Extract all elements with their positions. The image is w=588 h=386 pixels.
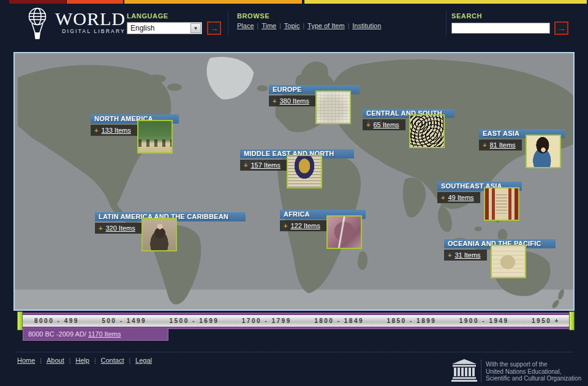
- search-label: SEARCH: [451, 12, 482, 20]
- stripe-segment-yellow: [304, 0, 587, 4]
- search-section: SEARCH →: [451, 12, 482, 20]
- region-items-link[interactable]: 122 Items: [290, 222, 320, 229]
- region-east-asia: EAST ASIA +81 Items: [479, 129, 565, 138]
- timeline-handle-left[interactable]: [17, 311, 23, 330]
- region-items-box: +122 Items: [280, 220, 326, 231]
- timeline-period: 8000 - 499: [34, 317, 79, 324]
- plus-icon: +: [244, 161, 247, 169]
- region-central-south-asia: CENTRAL AND SOUTH ASIA +65 Items: [363, 109, 454, 118]
- link-separator: |: [40, 357, 42, 364]
- timeline-bar[interactable]: 8000 - 499 500 - 1499 1500 - 1699 1700 -…: [22, 315, 570, 327]
- link-separator: |: [348, 23, 350, 29]
- footer-links: Home|About|Help|Contact|Legal: [17, 357, 152, 364]
- link-separator: |: [279, 23, 281, 29]
- region-thumbnail[interactable]: [526, 135, 561, 168]
- plus-icon: +: [441, 194, 445, 201]
- browse-section: BROWSE Place|Time|Topic|Type of Item|Ins…: [237, 12, 270, 20]
- region-items-box: +133 Items: [91, 125, 137, 136]
- region-items-box: +157 Items: [240, 160, 287, 171]
- browse-link-time[interactable]: Time: [262, 22, 276, 29]
- balloon-globe-icon: [24, 7, 50, 40]
- timeline-handle-right[interactable]: [569, 311, 575, 330]
- logo-subtitle: DIGITAL LIBRARY: [55, 28, 126, 34]
- arrow-right-icon: →: [210, 23, 219, 33]
- timeline-range-tooltip: 8000 BC -2009 AD/ 1170 Items: [23, 328, 168, 341]
- language-select[interactable]: English ▼: [127, 22, 202, 34]
- region-items-box: +380 Items: [269, 95, 315, 106]
- header-divider: [228, 11, 228, 35]
- language-section: LANGUAGE English ▼ →: [127, 12, 168, 20]
- region-thumbnail[interactable]: [484, 187, 519, 221]
- region-items-link[interactable]: 380 Items: [279, 97, 309, 105]
- browse-link-place[interactable]: Place: [237, 22, 254, 29]
- region-thumbnail[interactable]: [491, 245, 526, 278]
- timeline-period: 1800 - 1849: [314, 317, 364, 324]
- language-go-button[interactable]: →: [207, 21, 221, 35]
- footer-link-contact[interactable]: Contact: [101, 357, 124, 364]
- region-europe: EUROPE +380 Items: [269, 85, 360, 94]
- logo-title: WORLD: [55, 10, 126, 28]
- link-separator: |: [69, 357, 71, 364]
- timeline-period: 1700 - 1799: [242, 317, 292, 324]
- timeline-items-link[interactable]: 1170 Items: [88, 330, 121, 338]
- plus-icon: +: [483, 141, 486, 149]
- stripe-segment-orange: [124, 0, 302, 4]
- region-thumbnail[interactable]: [141, 218, 177, 251]
- region-items-box: +320 Items: [95, 223, 141, 234]
- chevron-down-icon[interactable]: ▼: [190, 23, 201, 33]
- search-go-button[interactable]: →: [554, 21, 568, 35]
- link-separator: |: [94, 357, 96, 364]
- region-items-box: +49 Items: [437, 192, 480, 203]
- footer-link-home[interactable]: Home: [17, 357, 35, 364]
- region-north-america: NORTH AMERICA +133 Items: [91, 114, 179, 124]
- region-items-box: +65 Items: [363, 119, 405, 130]
- link-separator: |: [257, 23, 259, 29]
- region-thumbnail[interactable]: [409, 114, 445, 148]
- timeline-slider[interactable]: 8000 - 499 500 - 1499 1500 - 1699 1700 -…: [17, 313, 575, 329]
- timeline-period: 1900 - 1949: [459, 317, 509, 324]
- footer-link-about[interactable]: About: [47, 357, 64, 364]
- timeline-range-text: 8000 BC -2009 AD/: [28, 330, 88, 338]
- world-map: NORTH AMERICA +133 Items EUROPE +380 Ite…: [13, 52, 575, 311]
- search-input[interactable]: [451, 23, 550, 34]
- unesco-support-text: With the support of the United Nations E…: [486, 359, 581, 382]
- language-label: LANGUAGE: [127, 12, 168, 20]
- footer-divider: [15, 352, 573, 352]
- region-oceania-pacific: OCEANIA AND THE PACIFIC +31 Items: [444, 239, 556, 248]
- region-items-link[interactable]: 157 Items: [251, 161, 280, 169]
- unesco-credit: With the support of the United Nations E…: [451, 359, 581, 382]
- browse-link-institution[interactable]: Institution: [352, 22, 381, 29]
- wdl-logo[interactable]: WORLD DIGITAL LIBRARY: [24, 7, 126, 40]
- plus-icon: +: [448, 251, 451, 259]
- plus-icon: +: [284, 222, 287, 229]
- region-thumbnail[interactable]: [315, 91, 351, 124]
- region-items-box: +31 Items: [444, 250, 487, 261]
- region-items-link[interactable]: 133 Items: [101, 127, 130, 134]
- region-items-link[interactable]: 65 Items: [373, 121, 399, 128]
- timeline-period: 1950 +: [532, 317, 560, 324]
- timeline-period: 1850 - 1899: [386, 317, 436, 324]
- footer-link-legal[interactable]: Legal: [135, 357, 152, 364]
- link-separator: |: [129, 357, 130, 364]
- region-items-box: +81 Items: [479, 139, 522, 150]
- plus-icon: +: [366, 121, 370, 128]
- region-items-link[interactable]: 320 Items: [105, 225, 135, 232]
- top-color-stripe: [0, 0, 588, 4]
- stripe-segment-red: [67, 0, 123, 4]
- region-items-link[interactable]: 31 Items: [454, 251, 480, 259]
- region-items-link[interactable]: 49 Items: [448, 194, 473, 201]
- region-thumbnail[interactable]: [137, 120, 173, 154]
- browse-link-type-of-item[interactable]: Type of Item: [307, 22, 345, 29]
- arrow-right-icon: →: [557, 23, 566, 33]
- region-items-link[interactable]: 81 Items: [489, 141, 515, 149]
- region-thumbnail[interactable]: [326, 215, 362, 249]
- timeline-period: 500 - 1499: [102, 317, 146, 324]
- unesco-logo-icon: [451, 359, 477, 382]
- region-thumbnail[interactable]: [287, 155, 322, 188]
- browse-link-topic[interactable]: Topic: [284, 22, 300, 29]
- region-middle-east-north-africa: MIDDLE EAST AND NORTH AFRICA +157 Items: [240, 149, 354, 158]
- footer-link-help[interactable]: Help: [75, 357, 89, 364]
- link-separator: |: [303, 23, 304, 29]
- region-southeast-asia: SOUTHEAST ASIA +49 Items: [437, 182, 522, 191]
- language-selected-value: English: [127, 24, 190, 32]
